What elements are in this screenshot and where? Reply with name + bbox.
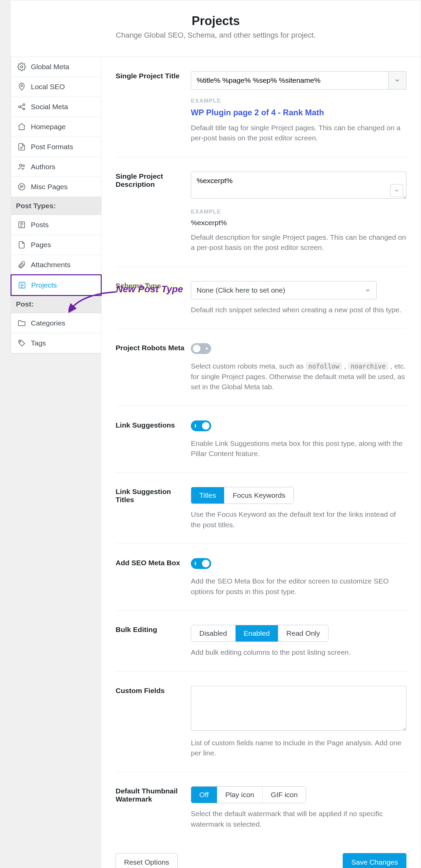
sidebar-item-local-seo[interactable]: Local SEO bbox=[11, 77, 101, 97]
schema-select[interactable]: None (Click here to set one) bbox=[191, 281, 377, 299]
title-input[interactable] bbox=[191, 71, 388, 90]
custom-fields-input[interactable] bbox=[191, 686, 406, 731]
watermark-option-off[interactable]: Off bbox=[191, 787, 217, 803]
project-icon bbox=[18, 281, 26, 290]
folder-icon bbox=[17, 319, 26, 328]
post-icon bbox=[17, 220, 26, 229]
pin-icon bbox=[17, 82, 26, 91]
page-icon bbox=[17, 240, 26, 249]
sidebar-item-label: Categories bbox=[31, 319, 65, 327]
sidebar-item-authors[interactable]: Authors bbox=[11, 157, 101, 177]
setting-custom-fields: Custom Fields List of custom fields name… bbox=[116, 672, 406, 772]
label-watermark: Default Thumbnail Watermark bbox=[116, 786, 191, 829]
sidebar-item-global-meta[interactable]: Global Meta bbox=[11, 57, 101, 77]
bulk-edit-group: DisabledEnabledRead Only bbox=[191, 625, 328, 642]
setting-single-project-title: Single Project Title EXAMPLE WP Plugin p… bbox=[116, 57, 406, 157]
setting-link-suggestion-titles: Link Suggestion Titles TitlesFocus Keywo… bbox=[116, 473, 406, 544]
example-value-description: %excerpt% bbox=[191, 219, 406, 227]
svg-point-6 bbox=[23, 165, 24, 166]
settings-content: Single Project Title EXAMPLE WP Plugin p… bbox=[101, 57, 421, 868]
sidebar-item-label: Local SEO bbox=[31, 83, 65, 91]
label-bulk-edit: Bulk Editing bbox=[116, 625, 191, 657]
sidebar-item-misc-pages[interactable]: Misc Pages bbox=[11, 177, 101, 197]
page-subtitle: Change Global SEO, Schema, and other set… bbox=[18, 31, 414, 40]
svg-point-0 bbox=[21, 66, 23, 68]
bulk-edit-option-enabled[interactable]: Enabled bbox=[236, 625, 278, 642]
lines-icon bbox=[17, 182, 26, 191]
sidebar: Global MetaLocal SEOSocial MetaHomepageP… bbox=[11, 57, 101, 354]
sidebar-item-label: Post Formats bbox=[31, 143, 73, 151]
save-changes-button[interactable]: Save Changes bbox=[343, 853, 406, 868]
help-schema: Default rich snippet selected when creat… bbox=[191, 305, 406, 315]
svg-point-1 bbox=[21, 85, 22, 86]
description-input[interactable]: %excerpt% bbox=[191, 172, 406, 199]
seo-box-toggle[interactable] bbox=[191, 558, 211, 569]
setting-bulk-editing: Bulk Editing DisabledEnabledRead Only Ad… bbox=[116, 611, 406, 671]
help-seo-box: Add the SEO Meta Box for the editor scre… bbox=[191, 576, 406, 597]
link-titles-option-focus-keywords[interactable]: Focus Keywords bbox=[224, 487, 293, 504]
help-title: Default title tag for single Project pag… bbox=[191, 123, 406, 143]
label-description: Single Project Description bbox=[116, 172, 191, 253]
tag-icon bbox=[17, 339, 26, 348]
bulk-edit-option-read-only[interactable]: Read Only bbox=[278, 625, 328, 642]
watermark-option-play-icon[interactable]: Play icon bbox=[217, 787, 263, 803]
example-label: EXAMPLE bbox=[191, 209, 406, 215]
svg-point-3 bbox=[23, 104, 25, 105]
help-robots: Select custom robots meta, such as nofol… bbox=[191, 361, 406, 392]
watermark-option-gif-icon[interactable]: GIF icon bbox=[263, 787, 306, 803]
link-titles-group: TitlesFocus Keywords bbox=[191, 487, 294, 504]
help-watermark: Select the default watermark that will b… bbox=[191, 809, 406, 829]
description-variables-dropdown[interactable] bbox=[390, 184, 403, 197]
title-variables-dropdown[interactable] bbox=[388, 71, 406, 90]
sidebar-item-label: Homepage bbox=[31, 123, 66, 131]
sidebar-item-label: Global Meta bbox=[31, 63, 69, 71]
sidebar-item-label: Social Meta bbox=[31, 103, 68, 111]
sidebar-item-label: Attachments bbox=[31, 261, 71, 269]
label-schema: Schema Type bbox=[116, 281, 191, 315]
sidebar-item-projects[interactable]: Projects bbox=[11, 274, 102, 296]
sidebar-item-label: Misc Pages bbox=[31, 183, 68, 191]
reset-options-button[interactable]: Reset Options bbox=[116, 853, 178, 868]
sidebar-item-social-meta[interactable]: Social Meta bbox=[11, 97, 101, 117]
footer-actions: Reset Options Save Changes bbox=[116, 843, 406, 868]
sidebar-item-tags[interactable]: Tags bbox=[11, 333, 101, 353]
help-bulk-edit: Add bulk editing columns to the post lis… bbox=[191, 647, 406, 657]
bulk-edit-option-disabled[interactable]: Disabled bbox=[191, 625, 236, 642]
link-titles-option-titles[interactable]: Titles bbox=[191, 487, 224, 504]
help-link-suggestions: Enable Link Suggestions meta box for thi… bbox=[191, 438, 406, 459]
watermark-group: OffPlay iconGIF icon bbox=[191, 786, 306, 803]
share-icon bbox=[17, 102, 26, 111]
sidebar-item-homepage[interactable]: Homepage bbox=[11, 117, 101, 137]
svg-point-5 bbox=[20, 164, 22, 166]
svg-point-2 bbox=[19, 106, 20, 107]
setting-thumbnail-watermark: Default Thumbnail Watermark OffPlay icon… bbox=[116, 772, 406, 843]
sidebar-item-label: Projects bbox=[31, 281, 57, 289]
sidebar-item-categories[interactable]: Categories bbox=[11, 313, 101, 333]
setting-robots-meta: Project Robots Meta Select custom robots… bbox=[116, 329, 406, 406]
help-description: Default description for single Project p… bbox=[191, 232, 406, 253]
sidebar-item-label: Tags bbox=[31, 339, 46, 347]
robots-toggle[interactable] bbox=[191, 343, 211, 354]
sidebar-item-attachments[interactable]: Attachments bbox=[11, 255, 101, 275]
label-link-suggestions: Link Suggestions bbox=[116, 420, 191, 459]
label-single-project-title: Single Project Title bbox=[116, 71, 191, 143]
sidebar-item-label: Posts bbox=[31, 221, 49, 229]
sidebar-item-label: Pages bbox=[31, 241, 51, 249]
setting-single-project-description: Single Project Description %excerpt% EXA… bbox=[116, 157, 406, 267]
setting-seo-meta-box: Add SEO Meta Box Add the SEO Meta Box fo… bbox=[116, 544, 406, 611]
help-link-titles: Use the Focus Keyword as the default tex… bbox=[191, 509, 406, 530]
sidebar-item-pages[interactable]: Pages bbox=[11, 235, 101, 255]
link-suggestions-toggle[interactable] bbox=[191, 420, 211, 431]
sidebar-item-post-formats[interactable]: Post Formats bbox=[11, 137, 101, 157]
label-seo-box: Add SEO Meta Box bbox=[116, 558, 191, 597]
label-custom-fields: Custom Fields bbox=[116, 686, 191, 758]
svg-point-10 bbox=[20, 341, 21, 342]
sidebar-item-label: Authors bbox=[31, 163, 55, 171]
page-header: Projects Change Global SEO, Schema, and … bbox=[11, 0, 421, 57]
setting-schema-type: Schema Type None (Click here to set one)… bbox=[116, 267, 406, 329]
page-title: Projects bbox=[18, 14, 414, 28]
label-robots: Project Robots Meta bbox=[116, 343, 191, 392]
sidebar-item-posts[interactable]: Posts bbox=[11, 215, 101, 235]
sidebar-section-post: Post: bbox=[11, 295, 101, 313]
gear-icon bbox=[17, 62, 26, 71]
